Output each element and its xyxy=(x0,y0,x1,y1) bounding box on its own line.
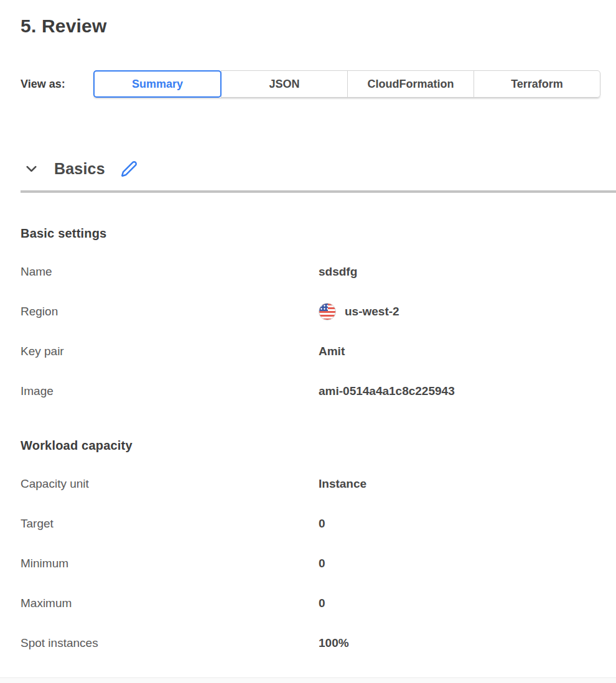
region-value: us-west-2 xyxy=(345,305,399,318)
tab-terraform[interactable]: Terraform xyxy=(474,70,600,98)
basic-settings-group: Basic settings Name sdsdfg Region us-wes… xyxy=(21,226,616,400)
row-value: us-west-2 xyxy=(319,303,399,320)
pencil-icon[interactable] xyxy=(120,159,139,178)
row-label: Name xyxy=(21,265,319,279)
basics-section-title: Basics xyxy=(54,160,105,178)
tab-cloudformation[interactable]: CloudFormation xyxy=(347,70,474,98)
row-label: Key pair xyxy=(21,345,319,358)
row-label: Minimum xyxy=(21,557,319,570)
view-as-segmented-control: Summary JSON CloudFormation Terraform xyxy=(93,70,600,98)
row-value: 0 xyxy=(319,517,325,531)
row-region: Region us-west-2 xyxy=(21,303,616,320)
row-value: sdsdfg xyxy=(319,265,357,279)
view-as-label: View as: xyxy=(21,78,93,91)
row-value: 0 xyxy=(319,597,325,610)
view-as-row: View as: Summary JSON CloudFormation Ter… xyxy=(21,70,616,98)
row-label: Maximum xyxy=(21,597,319,610)
row-label: Target xyxy=(21,517,319,531)
row-key-pair: Key pair Amit xyxy=(21,343,616,360)
review-page: 5. Review View as: Summary JSON CloudFor… xyxy=(0,0,616,652)
row-minimum: Minimum 0 xyxy=(21,555,616,572)
next-section-edge xyxy=(0,677,616,683)
row-label: Image xyxy=(21,384,319,398)
chevron-down-icon[interactable] xyxy=(22,159,40,178)
workload-capacity-group: Workload capacity Capacity unit Instance… xyxy=(21,439,616,652)
row-value: Amit xyxy=(319,345,345,358)
group-heading-basic-settings: Basic settings xyxy=(21,226,616,241)
row-maximum: Maximum 0 xyxy=(21,595,616,612)
row-label: Spot instances xyxy=(21,636,319,650)
row-capacity-unit: Capacity unit Instance xyxy=(21,475,616,493)
row-target: Target 0 xyxy=(21,515,616,532)
page-title: 5. Review xyxy=(21,16,616,37)
us-flag-icon xyxy=(319,303,336,320)
row-image: Image ami-0514a4a1c8c225943 xyxy=(21,383,616,400)
row-value: 0 xyxy=(319,557,325,570)
row-value: Instance xyxy=(319,477,366,491)
tab-json[interactable]: JSON xyxy=(221,70,348,98)
row-spot-instances: Spot instances 100% xyxy=(21,634,616,652)
section-divider xyxy=(21,190,616,193)
row-label: Region xyxy=(21,305,319,318)
row-label: Capacity unit xyxy=(21,477,319,491)
basics-section-header: Basics xyxy=(21,157,616,180)
group-heading-workload-capacity: Workload capacity xyxy=(21,439,616,453)
row-value: ami-0514a4a1c8c225943 xyxy=(319,384,455,398)
row-value: 100% xyxy=(319,636,349,650)
tab-summary[interactable]: Summary xyxy=(93,70,222,98)
row-name: Name sdsdfg xyxy=(21,263,616,281)
